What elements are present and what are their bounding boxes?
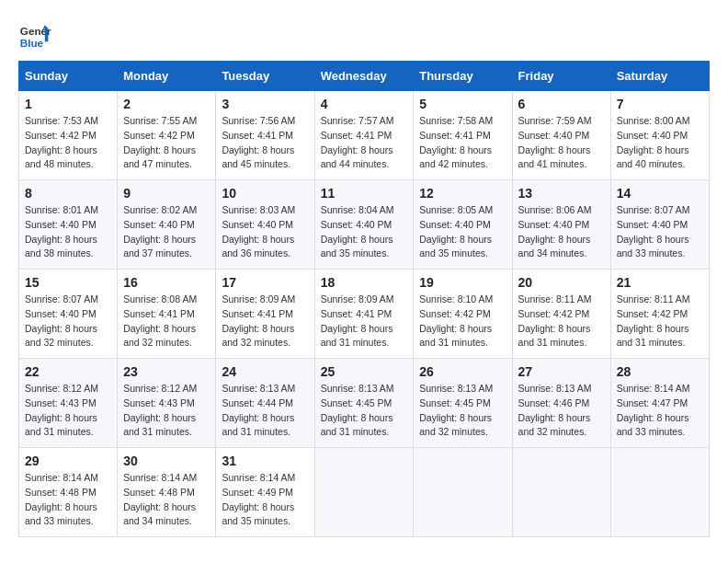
day-info: Sunrise: 8:11 AMSunset: 4:42 PMDaylight:…	[518, 293, 605, 350]
day-header-sunday: Sunday	[19, 62, 118, 91]
calendar-cell: 16Sunrise: 8:08 AMSunset: 4:41 PMDayligh…	[118, 270, 216, 359]
day-number: 31	[222, 454, 308, 468]
day-info: Sunrise: 8:10 AMSunset: 4:42 PMDaylight:…	[419, 293, 506, 350]
day-info: Sunrise: 8:14 AMSunset: 4:48 PMDaylight:…	[123, 471, 210, 529]
day-info: Sunrise: 8:12 AMSunset: 4:43 PMDaylight:…	[25, 382, 111, 440]
calendar-cell: 29Sunrise: 8:14 AMSunset: 4:48 PMDayligh…	[19, 448, 118, 537]
day-info: Sunrise: 8:11 AMSunset: 4:42 PMDaylight:…	[617, 293, 703, 350]
calendar-cell	[512, 448, 610, 537]
day-info: Sunrise: 7:55 AMSunset: 4:42 PMDaylight:…	[123, 114, 210, 172]
day-info: Sunrise: 8:14 AMSunset: 4:48 PMDaylight:…	[25, 471, 111, 529]
calendar-cell: 27Sunrise: 8:13 AMSunset: 4:46 PMDayligh…	[512, 359, 610, 448]
day-number: 10	[222, 186, 308, 201]
day-number: 16	[123, 275, 210, 290]
week-row: 22Sunrise: 8:12 AMSunset: 4:43 PMDayligh…	[19, 359, 710, 448]
day-info: Sunrise: 8:14 AMSunset: 4:49 PMDaylight:…	[222, 471, 308, 529]
day-number: 8	[25, 186, 111, 201]
day-number: 22	[25, 364, 111, 379]
calendar-cell: 4Sunrise: 7:57 AMSunset: 4:41 PMDaylight…	[314, 91, 414, 180]
calendar-cell: 2Sunrise: 7:55 AMSunset: 4:42 PMDaylight…	[118, 91, 216, 180]
logo: General Blue	[18, 18, 51, 52]
day-number: 26	[419, 364, 506, 379]
calendar-cell: 1Sunrise: 7:53 AMSunset: 4:42 PMDaylight…	[19, 91, 118, 180]
day-number: 9	[123, 186, 210, 201]
week-row: 29Sunrise: 8:14 AMSunset: 4:48 PMDayligh…	[19, 448, 710, 537]
week-row: 8Sunrise: 8:01 AMSunset: 4:40 PMDaylight…	[19, 180, 710, 270]
day-number: 12	[419, 186, 506, 201]
day-info: Sunrise: 8:12 AMSunset: 4:43 PMDaylight:…	[123, 382, 210, 440]
calendar-cell: 7Sunrise: 8:00 AMSunset: 4:40 PMDaylight…	[610, 91, 709, 180]
day-number: 4	[321, 97, 408, 111]
day-info: Sunrise: 7:56 AMSunset: 4:41 PMDaylight:…	[222, 114, 308, 172]
calendar-cell: 20Sunrise: 8:11 AMSunset: 4:42 PMDayligh…	[512, 270, 610, 359]
day-number: 18	[321, 275, 408, 290]
day-info: Sunrise: 8:14 AMSunset: 4:47 PMDaylight:…	[617, 382, 703, 440]
calendar-cell	[610, 448, 709, 537]
calendar-cell: 26Sunrise: 8:13 AMSunset: 4:45 PMDayligh…	[414, 359, 512, 448]
day-number: 17	[222, 275, 308, 290]
calendar-cell	[414, 448, 512, 537]
calendar-cell: 21Sunrise: 8:11 AMSunset: 4:42 PMDayligh…	[610, 270, 709, 359]
day-info: Sunrise: 7:57 AMSunset: 4:41 PMDaylight:…	[321, 114, 408, 172]
calendar-cell: 3Sunrise: 7:56 AMSunset: 4:41 PMDaylight…	[216, 91, 314, 180]
day-info: Sunrise: 8:03 AMSunset: 4:40 PMDaylight:…	[222, 203, 308, 261]
calendar-cell	[314, 448, 414, 537]
day-info: Sunrise: 8:07 AMSunset: 4:40 PMDaylight:…	[25, 293, 111, 350]
day-info: Sunrise: 7:53 AMSunset: 4:42 PMDaylight:…	[25, 114, 111, 172]
day-number: 19	[419, 275, 506, 290]
day-header-saturday: Saturday	[610, 62, 709, 91]
calendar-cell: 23Sunrise: 8:12 AMSunset: 4:43 PMDayligh…	[118, 359, 216, 448]
week-row: 1Sunrise: 7:53 AMSunset: 4:42 PMDaylight…	[19, 91, 710, 180]
day-number: 2	[123, 97, 210, 111]
calendar-cell: 22Sunrise: 8:12 AMSunset: 4:43 PMDayligh…	[19, 359, 118, 448]
calendar-cell: 19Sunrise: 8:10 AMSunset: 4:42 PMDayligh…	[414, 270, 512, 359]
day-number: 25	[321, 364, 408, 379]
day-header-thursday: Thursday	[414, 62, 512, 91]
calendar-cell: 14Sunrise: 8:07 AMSunset: 4:40 PMDayligh…	[610, 180, 709, 270]
calendar-header-row: SundayMondayTuesdayWednesdayThursdayFrid…	[19, 62, 710, 91]
day-number: 11	[321, 186, 408, 201]
day-number: 7	[617, 97, 703, 111]
calendar-cell: 10Sunrise: 8:03 AMSunset: 4:40 PMDayligh…	[216, 180, 314, 270]
day-info: Sunrise: 8:13 AMSunset: 4:45 PMDaylight:…	[321, 382, 408, 440]
day-info: Sunrise: 8:09 AMSunset: 4:41 PMDaylight:…	[321, 293, 408, 350]
day-info: Sunrise: 7:59 AMSunset: 4:40 PMDaylight:…	[518, 114, 605, 172]
logo-icon: General Blue	[18, 18, 51, 52]
calendar-cell: 6Sunrise: 7:59 AMSunset: 4:40 PMDaylight…	[512, 91, 610, 180]
week-row: 15Sunrise: 8:07 AMSunset: 4:40 PMDayligh…	[19, 270, 710, 359]
calendar-cell: 31Sunrise: 8:14 AMSunset: 4:49 PMDayligh…	[216, 448, 314, 537]
calendar-cell: 28Sunrise: 8:14 AMSunset: 4:47 PMDayligh…	[610, 359, 709, 448]
day-header-monday: Monday	[118, 62, 216, 91]
svg-text:Blue: Blue	[20, 37, 44, 49]
day-info: Sunrise: 8:04 AMSunset: 4:40 PMDaylight:…	[321, 203, 408, 261]
day-number: 30	[123, 454, 210, 468]
calendar-cell: 15Sunrise: 8:07 AMSunset: 4:40 PMDayligh…	[19, 270, 118, 359]
day-info: Sunrise: 8:07 AMSunset: 4:40 PMDaylight:…	[617, 203, 703, 261]
day-info: Sunrise: 8:09 AMSunset: 4:41 PMDaylight:…	[222, 293, 308, 350]
day-number: 15	[25, 275, 111, 290]
day-info: Sunrise: 8:13 AMSunset: 4:44 PMDaylight:…	[222, 382, 308, 440]
calendar-cell: 17Sunrise: 8:09 AMSunset: 4:41 PMDayligh…	[216, 270, 314, 359]
day-number: 13	[518, 186, 605, 201]
day-number: 24	[222, 364, 308, 379]
day-info: Sunrise: 7:58 AMSunset: 4:41 PMDaylight:…	[419, 114, 506, 172]
page-header: General Blue	[18, 18, 710, 52]
day-number: 14	[617, 186, 703, 201]
day-number: 23	[123, 364, 210, 379]
day-number: 28	[617, 364, 703, 379]
day-info: Sunrise: 8:06 AMSunset: 4:40 PMDaylight:…	[518, 203, 605, 261]
day-number: 6	[518, 97, 605, 111]
calendar-cell: 25Sunrise: 8:13 AMSunset: 4:45 PMDayligh…	[314, 359, 414, 448]
day-number: 29	[25, 454, 111, 468]
day-number: 20	[518, 275, 605, 290]
day-info: Sunrise: 8:00 AMSunset: 4:40 PMDaylight:…	[617, 114, 703, 172]
calendar-cell: 9Sunrise: 8:02 AMSunset: 4:40 PMDaylight…	[118, 180, 216, 270]
day-info: Sunrise: 8:01 AMSunset: 4:40 PMDaylight:…	[25, 203, 111, 261]
day-info: Sunrise: 8:05 AMSunset: 4:40 PMDaylight:…	[419, 203, 506, 261]
calendar-cell: 5Sunrise: 7:58 AMSunset: 4:41 PMDaylight…	[414, 91, 512, 180]
calendar-cell: 18Sunrise: 8:09 AMSunset: 4:41 PMDayligh…	[314, 270, 414, 359]
day-number: 3	[222, 97, 308, 111]
day-info: Sunrise: 8:02 AMSunset: 4:40 PMDaylight:…	[123, 203, 210, 261]
day-header-tuesday: Tuesday	[216, 62, 314, 91]
day-number: 1	[25, 97, 111, 111]
